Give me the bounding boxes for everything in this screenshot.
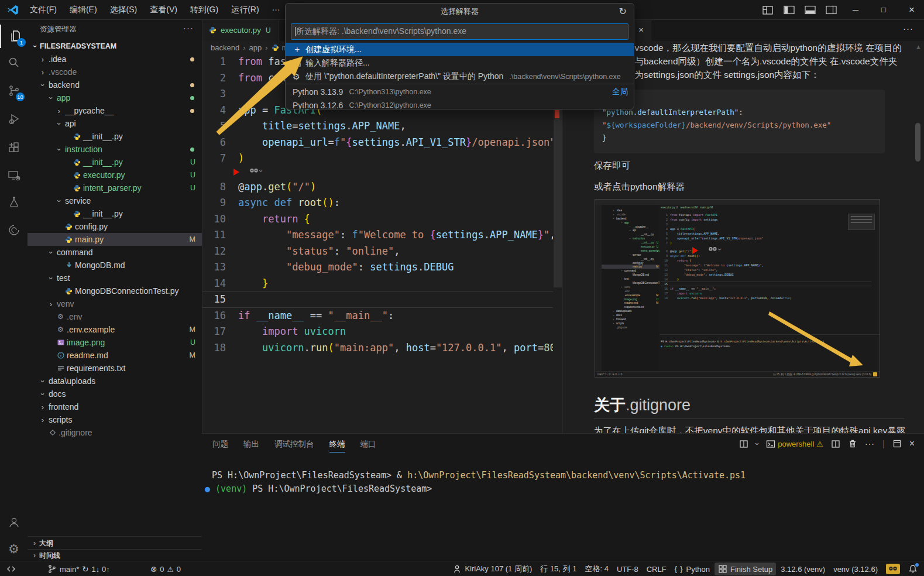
code-line-17[interactable]: 17 import uvicorn — [202, 324, 553, 340]
customize-layout-icon[interactable] — [759, 2, 777, 18]
tree-item-command[interactable]: ›command — [28, 246, 202, 259]
activitybar-account-icon[interactable] — [0, 510, 28, 534]
code-line-5[interactable]: 5 title=settings.APP_NAME, — [202, 118, 553, 135]
activitybar-run-debug-icon[interactable] — [0, 107, 28, 131]
tree-item-__pycache__[interactable]: ›__pycache__ — [28, 104, 202, 117]
minimize-button[interactable]: ─ — [843, 0, 868, 19]
menu-s[interactable]: 选择(S) — [104, 0, 144, 19]
toggle-sidebar-icon[interactable] — [780, 2, 798, 18]
activitybar-ai-assistant-icon[interactable] — [0, 218, 28, 242]
preview-scrollbar[interactable] — [915, 123, 920, 162]
activitybar-remote-explorer-icon[interactable] — [0, 164, 28, 187]
close-tab-icon[interactable]: × — [638, 25, 644, 35]
quickpick-item-输入解释器路径...[interactable]: 输入解释器路径... — [286, 56, 634, 70]
split-terminal-icon[interactable] — [831, 440, 840, 448]
tree-item-requirements.txt[interactable]: requirements.txt — [28, 362, 202, 375]
tree-item-.idea[interactable]: ›.idea — [28, 53, 202, 66]
timeline-section[interactable]: ›时间线 — [28, 549, 202, 561]
launch-profile-icon[interactable] — [739, 440, 748, 448]
activitybar-extensions-icon[interactable] — [0, 136, 28, 159]
code-line-14[interactable]: 14 } — [202, 276, 553, 292]
activitybar-explorer-icon[interactable]: 1 — [0, 25, 29, 48]
code-line-18[interactable]: 18 uvicorn.run("main:app", host="127.0.0… — [202, 340, 553, 356]
editor-scrollbar[interactable] — [553, 54, 562, 433]
status-problems[interactable]: ⊗0⚠0 — [147, 561, 184, 576]
menu-g[interactable]: 转到(G) — [184, 0, 225, 19]
tree-item-frontend[interactable]: ›frontend — [28, 400, 202, 413]
interpreter-input[interactable]: 所选解释器: .\backend\venv\Scripts\python.exe — [291, 23, 628, 40]
quickpick-item-创建虚拟环境...[interactable]: ＋创建虚拟环境... — [286, 43, 634, 56]
panel-tab-终端[interactable]: 终端 — [329, 439, 345, 452]
code-line-12[interactable]: 12 "status": "online", — [202, 244, 553, 260]
tree-item-backend[interactable]: ›backend — [28, 78, 202, 91]
tree-item-api[interactable]: ›api — [28, 117, 202, 130]
maximize-button[interactable]: □ — [871, 0, 896, 19]
panel-tab-调试控制台[interactable]: 调试控制台 — [274, 439, 314, 452]
tree-item-.vscode[interactable]: ›.vscode — [28, 66, 202, 78]
tab-executor-py[interactable]: executor.py U — [202, 19, 279, 41]
toggle-secondary-sidebar-icon[interactable] — [822, 2, 840, 18]
status-finish-setup[interactable]: Finish Setup — [715, 563, 776, 575]
panel-tab-端口[interactable]: 端口 — [360, 439, 376, 452]
terminal-more-icon[interactable]: ··· — [865, 439, 875, 448]
tree-item-data-uploads[interactable]: ›data\uploads — [28, 375, 202, 388]
refresh-icon[interactable]: ↻ — [619, 4, 627, 20]
quickpick-item-Python3.13.9[interactable]: Python 3.13.9C:\Python313\python.exe全局 — [286, 85, 634, 98]
tree-item-__init__.py[interactable]: __init__.pyU — [28, 156, 202, 169]
menu-v[interactable]: 查看(V) — [143, 0, 184, 19]
tree-item-__init__.py[interactable]: __init__.py — [28, 207, 202, 220]
menu-r[interactable]: 运行(R) — [225, 0, 265, 19]
status-cursor-position[interactable]: 行 15, 列 1 — [537, 563, 580, 575]
tree-item-.gitignore[interactable]: .gitignore — [28, 426, 202, 439]
code-line-7[interactable]: 7) — [202, 150, 553, 167]
activitybar-settings-icon[interactable]: ⚙ — [0, 537, 28, 561]
code-line-9[interactable]: 9async def root(): — [202, 195, 553, 211]
copilot-inline-icon[interactable]: › — [709, 245, 721, 253]
tree-item-.env[interactable]: ⚙.env — [28, 310, 202, 323]
status-language-mode[interactable]: { }Python — [671, 563, 713, 575]
breadcrumb-app[interactable]: app — [249, 43, 262, 52]
status-indentation[interactable]: 空格: 4 — [581, 563, 612, 575]
code-editor[interactable]: 1from fastapi import FastAPI2from config… — [202, 54, 562, 433]
panel-tab-输出[interactable]: 输出 — [243, 439, 259, 452]
status-venv-version[interactable]: venv (3.12.6) — [830, 563, 881, 575]
quickpick-item-Python3.12.6[interactable]: Python 3.12.6C:\Python312\python.exe — [286, 98, 634, 109]
kill-terminal-icon[interactable] — [848, 439, 857, 448]
tree-item-__init__.py[interactable]: __init__.py — [28, 130, 202, 143]
status-encoding[interactable]: UTF-8 — [613, 563, 642, 575]
preview-scroll-up-icon[interactable]: ▲ — [915, 43, 922, 50]
menu-e[interactable]: 编辑(E) — [63, 0, 104, 19]
tree-item-readme.md[interactable]: readme.mdM — [28, 349, 202, 362]
status-python-version[interactable]: 3.12.6 (venv) — [777, 563, 829, 575]
status-notifications[interactable] — [905, 563, 921, 575]
tree-item-intent_parser.py[interactable]: intent_parser.pyU — [28, 181, 202, 194]
tree-item-app[interactable]: ›app — [28, 91, 202, 104]
activitybar-search-icon[interactable] — [0, 51, 28, 74]
quickpick-item-使用python.defaultInterpre[interactable]: ⚙使用 \"python.defaultInterpreterPath\" 设置… — [286, 70, 634, 83]
explorer-more-icon[interactable]: ··· — [183, 23, 194, 33]
code-line-13[interactable]: 13 "debug_mode": settings.DEBUG — [202, 259, 553, 276]
status-copilot[interactable] — [882, 563, 904, 575]
code-line-16[interactable]: 16if __name__ == "__main__": — [202, 308, 553, 324]
tree-item-scripts[interactable]: ›scripts — [28, 413, 202, 426]
close-button[interactable]: × — [899, 0, 924, 19]
menu-[interactable]: ··· — [266, 0, 287, 19]
tree-item-instruction[interactable]: ›instruction — [28, 143, 202, 156]
profile-chevron-icon[interactable]: › — [756, 439, 758, 448]
copilot-inline-icon[interactable]: › — [250, 167, 262, 175]
tree-item-executor.py[interactable]: executor.pyU — [28, 169, 202, 181]
outline-section[interactable]: ›大纲 — [28, 536, 202, 550]
tree-item-venv[interactable]: ›venv — [28, 297, 202, 310]
tree-item-test[interactable]: ›test — [28, 272, 202, 284]
tree-item-service[interactable]: ›service — [28, 194, 202, 207]
tree-item-MongoDBConnectionTest.py[interactable]: MongoDBConnectionTest.py — [28, 284, 202, 297]
tree-root[interactable]: › FILESREADSYSTEAM — [28, 40, 202, 53]
code-line-10[interactable]: 10 return { — [202, 211, 553, 228]
breadcrumb-backend[interactable]: backend — [211, 43, 239, 52]
activitybar-source-control-icon[interactable]: 10 — [0, 79, 28, 102]
tree-item-MongoDB.md[interactable]: MongoDB.md — [28, 259, 202, 272]
status-git-branch[interactable]: main*↻1↓ 0↑ — [44, 561, 113, 576]
tree-item-config.py[interactable]: config.py — [28, 220, 202, 233]
close-panel-icon[interactable]: × — [909, 438, 915, 449]
global-tag[interactable]: 全局 — [612, 87, 628, 97]
